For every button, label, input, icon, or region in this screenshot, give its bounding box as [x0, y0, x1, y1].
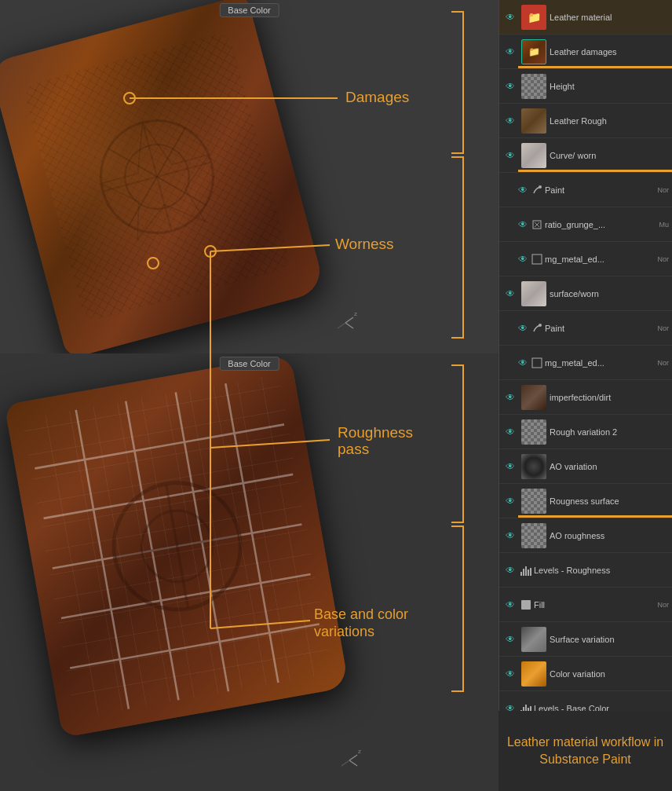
- svg-rect-48: [520, 572, 522, 576]
- layer-height[interactable]: 👁 Height: [499, 69, 672, 104]
- visibility-icon[interactable]: 👁: [502, 459, 518, 474]
- svg-rect-51: [528, 569, 529, 576]
- layer-thumb: [521, 627, 546, 652]
- layer-levels-base-color[interactable]: 👁 Levels - Base Color: [499, 691, 672, 711]
- blend-mode: Nor: [657, 255, 669, 263]
- visibility-icon[interactable]: 👁: [502, 113, 518, 129]
- layer-name: AO roughness: [550, 531, 669, 540]
- layer-thumb: [521, 385, 546, 410]
- visibility-icon[interactable]: 👁: [502, 562, 518, 578]
- layer-paint-2[interactable]: 👁 Paint Nor: [499, 311, 672, 346]
- layer-name: Levels - Base Color: [534, 704, 669, 712]
- visibility-icon[interactable]: 👁: [502, 148, 518, 163]
- layer-imperfection[interactable]: 👁 imperfection/dirt: [499, 380, 672, 415]
- layer-curve-worn[interactable]: 👁 Curve/ worn: [499, 138, 672, 173]
- visibility-icon[interactable]: 👁: [502, 632, 518, 647]
- svg-line-7: [345, 317, 353, 323]
- visibility-icon[interactable]: 👁: [502, 390, 518, 405]
- layer-name: Leather Rough: [550, 116, 669, 126]
- layer-levels-roughness-1[interactable]: 👁 Levels - Roughness: [499, 553, 672, 588]
- fill-icon: [518, 597, 534, 613]
- layer-roughness-surface[interactable]: 👁 Rougness surface: [499, 484, 672, 518]
- svg-line-23: [115, 535, 239, 557]
- levels2-icon: [518, 701, 534, 712]
- bottom-dropdown[interactable]: Base Color: [219, 357, 279, 371]
- visibility-icon[interactable]: 👁: [502, 493, 518, 509]
- visibility-icon[interactable]: 👁: [502, 701, 518, 712]
- svg-rect-56: [525, 705, 527, 712]
- layer-thumb: 📁: [521, 39, 546, 64]
- top-dropdown[interactable]: Base Color: [219, 3, 279, 17]
- visibility-icon[interactable]: 👁: [515, 182, 531, 198]
- svg-line-25: [349, 760, 357, 766]
- axes-bottom: z: [338, 749, 361, 775]
- svg-line-8: [345, 323, 353, 328]
- visibility-icon[interactable]: 👁: [502, 9, 518, 25]
- blend-mode: Nor: [657, 601, 669, 609]
- layer-fill[interactable]: 👁 Fill Nor: [499, 588, 672, 622]
- layer-mg-metal-1[interactable]: 👁 mg_metal_ed... Nor: [499, 242, 672, 276]
- axes-icon-top: z: [334, 311, 357, 335]
- visibility-icon[interactable]: 👁: [502, 44, 518, 60]
- visibility-icon[interactable]: 👁: [502, 79, 518, 94]
- paint-icon: [531, 184, 543, 196]
- levels-icon: [518, 562, 534, 578]
- paint2-icon: [531, 322, 543, 335]
- layer-rough-variation[interactable]: 👁 Rough variation 2: [499, 415, 672, 449]
- layer-ratio-grunge[interactable]: 👁 ratio_grunge_... Mu: [499, 207, 672, 242]
- leather-object-bottom: [4, 354, 349, 738]
- svg-line-15: [70, 624, 320, 668]
- layer-ao-variation[interactable]: 👁 AO variation: [499, 449, 672, 484]
- layer-name: Leather damages: [550, 47, 669, 57]
- visibility-icon[interactable]: 👁: [502, 666, 518, 682]
- leather-object-top: [0, 0, 326, 353]
- svg-line-24: [349, 755, 357, 760]
- viewport-top: Base Color z: [0, 0, 499, 353]
- layer-surface-worn[interactable]: 👁 surface/worn: [499, 276, 672, 311]
- axes-top: z: [334, 311, 357, 338]
- layer-thumb: [521, 661, 546, 687]
- svg-point-43: [539, 185, 542, 189]
- layer-surface-variation[interactable]: 👁 Surface variation: [499, 622, 672, 657]
- layer-color-variation[interactable]: 👁 Color variation: [499, 657, 672, 691]
- svg-rect-53: [521, 600, 531, 610]
- visibility-icon[interactable]: 👁: [502, 597, 518, 613]
- layer-name: Paint: [545, 324, 656, 333]
- layer-mg-metal-2[interactable]: 👁 mg_metal_ed... Nor: [499, 346, 672, 380]
- layer-name: AO variation: [550, 462, 669, 471]
- layers-panel: 👁 📁 Leather material 👁 📁 Leather damages…: [499, 0, 672, 711]
- visibility-icon[interactable]: 👁: [515, 355, 531, 371]
- svg-line-19: [225, 383, 278, 683]
- visibility-icon[interactable]: 👁: [515, 320, 531, 336]
- layer-thumb: [521, 523, 546, 548]
- layer-paint-1[interactable]: 👁 Paint Nor: [499, 173, 672, 207]
- layer-name: Leather material: [550, 13, 669, 22]
- layer-name: Color variation: [550, 669, 669, 679]
- orange-bar: [518, 170, 672, 172]
- svg-point-46: [539, 324, 542, 327]
- bottom-info-text: Leather material workflow in Substance P…: [506, 734, 664, 769]
- layer-name: Levels - Roughness: [534, 566, 669, 575]
- layer-name: Height: [550, 82, 669, 91]
- visibility-icon[interactable]: 👁: [502, 286, 518, 302]
- svg-text:z: z: [354, 311, 357, 317]
- layer-leather-rough[interactable]: 👁 Leather Rough: [499, 104, 672, 138]
- layer-name: Rough variation 2: [550, 427, 669, 437]
- visibility-icon[interactable]: 👁: [502, 528, 518, 544]
- svg-rect-49: [523, 569, 524, 576]
- layer-thumb: [521, 419, 546, 445]
- svg-rect-45: [532, 255, 542, 264]
- layer-name: mg_metal_ed...: [545, 255, 656, 264]
- layer-ao-roughness[interactable]: 👁 AO roughness: [499, 518, 672, 553]
- layer-leather-damages[interactable]: 👁 📁 Leather damages: [499, 35, 672, 69]
- blend-mode: Nor: [657, 324, 669, 332]
- layer-leather-material[interactable]: 👁 📁 Leather material: [499, 0, 672, 35]
- layer-thumb: [521, 143, 546, 168]
- svg-line-9: [338, 323, 345, 328]
- layer-thumb: 📁: [521, 5, 546, 30]
- visibility-icon[interactable]: 👁: [515, 251, 531, 267]
- blend-mode: Mu: [659, 221, 669, 229]
- visibility-icon[interactable]: 👁: [515, 217, 531, 233]
- leather-grid: [21, 374, 331, 719]
- visibility-icon[interactable]: 👁: [502, 424, 518, 440]
